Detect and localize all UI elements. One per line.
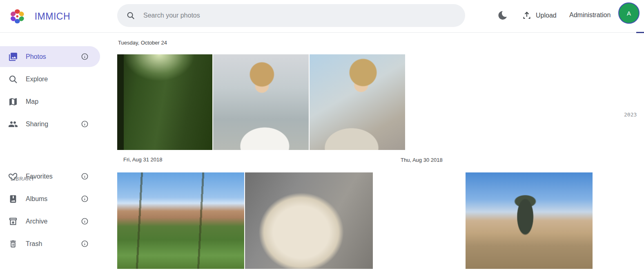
explore-search-icon [8,74,18,84]
info-icon[interactable] [81,172,89,180]
info-icon[interactable] [81,240,89,248]
search-icon [126,11,135,20]
timeline-scrubber[interactable] [619,33,644,275]
date-group-header: Thu, Aug 30 2018 [401,157,443,163]
home-link[interactable]: IMMICH [9,5,70,27]
sidebar: Photos Explore Map Sharing LIBRARY Favor… [0,33,106,275]
dark-mode-toggle[interactable] [492,5,512,25]
info-icon[interactable] [81,120,89,128]
scrubber-position-indicator [636,32,644,33]
user-avatar[interactable]: A [618,2,640,24]
sidebar-item-label: Map [26,98,38,105]
search-input[interactable] [143,11,456,20]
sidebar-item-sharing[interactable]: Sharing [0,114,100,134]
sidebar-item-photos[interactable]: Photos [0,46,100,67]
date-group-header: Fri, Aug 31 2018 [123,157,162,163]
administration-link[interactable]: Administration [569,11,611,19]
date-group-header: Tuesday, October 24 [118,40,167,46]
photo-thumbnail[interactable] [117,172,244,269]
sidebar-item-label: Trash [26,240,42,248]
sidebar-item-explore[interactable]: Explore [0,69,100,89]
upload-label: Upload [536,12,557,19]
app-header: IMMICH Upload Administration A [0,0,644,33]
photo-thumbnail[interactable] [394,172,465,269]
people-icon [8,119,18,129]
photo-thumbnail[interactable] [117,54,212,150]
heart-icon [8,172,18,181]
info-icon[interactable] [81,195,89,203]
sidebar-item-label: Favorites [26,173,53,180]
scrubber-year-label: 2023 [624,112,637,118]
sidebar-item-label: Explore [26,76,48,83]
moon-icon [497,10,508,21]
info-icon[interactable] [81,53,89,60]
sidebar-item-label: Photos [26,53,46,60]
sidebar-item-trash[interactable]: Trash [0,233,100,254]
search-bar[interactable] [117,4,465,27]
trash-can-icon [8,239,18,249]
photo-thumbnail[interactable] [310,54,405,150]
upload-button[interactable]: Upload [522,9,557,22]
photo-library-icon [8,52,18,62]
photo-thumbnail[interactable] [245,172,373,269]
sidebar-item-favorites[interactable]: Favorites [0,166,100,187]
sidebar-item-label: Archive [26,218,47,225]
photo-thumbnail[interactable] [213,54,309,150]
photo-album-icon [8,194,18,204]
sidebar-item-label: Albums [26,195,47,203]
archive-box-icon [8,217,18,226]
map-icon [8,97,18,107]
avatar-initial: A [627,10,631,17]
sidebar-item-archive[interactable]: Archive [0,211,100,232]
app-title: IMMICH [35,11,70,22]
upload-icon [522,11,532,20]
sidebar-item-label: Sharing [26,121,48,128]
photo-thumbnail[interactable] [466,172,593,269]
info-icon[interactable] [81,217,89,225]
immich-logo-icon [9,8,26,25]
sidebar-item-map[interactable]: Map [0,91,100,112]
sidebar-item-albums[interactable]: Albums [0,188,100,209]
